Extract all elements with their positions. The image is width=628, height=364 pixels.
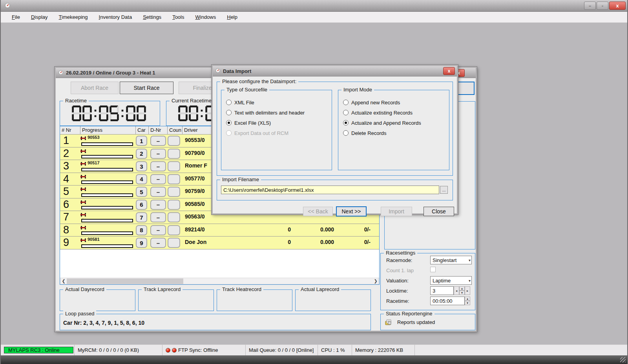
radio-icon[interactable] <box>226 120 232 126</box>
menu-item-settings[interactable]: Settings <box>137 13 167 22</box>
start-race-button[interactable]: Start Race <box>120 82 173 94</box>
progress-cell: x <box>80 147 136 160</box>
valuation-label: Valuation: <box>386 278 409 284</box>
app-titlebar: – ▫ x <box>1 0 627 12</box>
progress-cell: x90553 <box>80 135 136 147</box>
progress-cell: x <box>80 198 136 211</box>
dialog-titlebar[interactable]: Data Import <box>213 66 457 76</box>
resize-grip[interactable] <box>620 357 626 362</box>
importmode-option-actualize-extisting-records[interactable]: Actualize extisting Records <box>343 107 421 118</box>
racetime-up-arrow-icon[interactable]: ▴ <box>465 297 470 301</box>
car-number-cell[interactable]: 9 <box>136 237 149 249</box>
locktime-down-arrow-icon[interactable]: ▾ <box>459 291 465 295</box>
menu-item-help[interactable]: Help <box>221 13 243 22</box>
racetime-down-arrow-icon[interactable]: ▾ <box>465 301 470 305</box>
driver-number-cell[interactable]: – <box>149 211 168 224</box>
car-icon <box>80 238 86 242</box>
abort-race-button[interactable]: Abort Race <box>71 82 119 94</box>
table-row[interactable]: 8x8–89214/000.0000/- <box>60 224 379 237</box>
sourcefile-option-excel-file-xls-[interactable]: Excel File (XLS) <box>226 118 305 128</box>
column-header[interactable]: Car <box>136 126 149 134</box>
app-close-button[interactable]: x <box>609 2 626 10</box>
importmode-option-append-new-records[interactable]: Append new Records <box>343 97 421 107</box>
country-cell[interactable] <box>168 211 183 224</box>
next-button[interactable]: Next >> <box>336 206 367 217</box>
record-groupbox-actual-laprecord: Actual Laprecord <box>295 289 371 311</box>
table-row[interactable]: 9x905819–Doe Jon00.0000/- <box>60 237 379 249</box>
count-lap-checkbox[interactable] <box>430 267 436 272</box>
country-cell[interactable] <box>168 147 183 160</box>
car-number-cell[interactable]: 8 <box>136 224 149 237</box>
menu-item-windows[interactable]: Windows <box>190 13 221 22</box>
country-cell[interactable] <box>168 198 183 211</box>
driver-number-cell[interactable]: – <box>149 147 168 160</box>
menu-item-file[interactable]: File <box>6 13 26 22</box>
locktime-up-arrow-icon[interactable]: ▴ <box>459 286 465 291</box>
car-number-cell[interactable]: 7 <box>136 211 149 224</box>
radio-icon[interactable] <box>226 110 232 115</box>
import-filename-field[interactable]: C:\Users\romerfel\Desktop\Formel1.xlsx <box>221 186 439 194</box>
app-minimize-button[interactable]: – <box>584 2 596 10</box>
valuation-select[interactable]: Laptime ▾ <box>430 276 472 285</box>
dialog-close-button[interactable]: x <box>443 67 455 75</box>
driver-number-cell[interactable]: – <box>149 173 168 186</box>
radio-icon[interactable] <box>343 100 349 105</box>
table-horizontal-scrollbar[interactable]: ❮ ❯ <box>60 278 379 284</box>
car-number-cell[interactable]: 5 <box>136 186 149 198</box>
column-header[interactable]: Coun <box>168 126 183 134</box>
column-header[interactable]: # Nr <box>60 126 80 134</box>
menu-item-inventory-data[interactable]: Inventory Data <box>93 13 138 22</box>
progress-bar <box>81 155 133 158</box>
back-button[interactable]: << Back <box>303 207 333 216</box>
racemode-select[interactable]: Singlestart ▾ <box>430 256 472 264</box>
menu-item-tools[interactable]: Tools <box>167 13 190 22</box>
browse-button[interactable]: ... <box>440 186 448 194</box>
import-button[interactable]: Import <box>381 207 412 216</box>
car-number-cell[interactable]: 3 <box>136 160 149 173</box>
country-cell[interactable] <box>168 160 183 173</box>
radio-label: Text with delimiters and header <box>234 110 305 116</box>
scroll-right-icon[interactable]: ❯ <box>372 278 379 284</box>
driver-number-cell[interactable]: – <box>149 135 168 147</box>
country-cell[interactable] <box>168 224 183 237</box>
country-cell[interactable] <box>168 173 183 186</box>
sourcefile-option-text-with-delimiters-and-header[interactable]: Text with delimiters and header <box>226 107 305 118</box>
locktime-field[interactable]: 3 <box>430 286 454 295</box>
locktime-value: 3 <box>433 288 435 294</box>
racetime-setting-value: 00:05:00 <box>433 298 453 304</box>
car-number-cell[interactable]: 2 <box>136 147 149 160</box>
country-cell[interactable] <box>168 186 183 198</box>
radio-icon[interactable] <box>343 120 349 126</box>
car-number-cell[interactable]: 6 <box>136 198 149 211</box>
sourcefile-option-xml-file[interactable]: XML File <box>226 97 305 107</box>
progress-bar <box>81 219 133 222</box>
locktime-left-arrow-icon[interactable]: ◂ <box>454 286 459 295</box>
scroll-left-icon[interactable]: ❮ <box>60 278 67 284</box>
importmode-option-delete-records[interactable]: Delete Records <box>343 128 421 138</box>
radio-icon[interactable] <box>343 130 349 136</box>
country-cell[interactable] <box>168 135 183 147</box>
driver-number-cell[interactable]: – <box>149 198 168 211</box>
driver-number-cell[interactable]: – <box>149 237 168 249</box>
app-maximize-button[interactable]: ▫ <box>597 2 608 10</box>
scrollbar-thumb[interactable] <box>67 278 183 284</box>
radio-icon[interactable] <box>343 110 349 115</box>
close-button[interactable]: Close <box>424 207 454 216</box>
car-number-cell[interactable]: 1 <box>136 135 149 147</box>
driver-number-cell[interactable]: – <box>149 224 168 237</box>
import-filename-value: C:\Users\romerfel\Desktop\Formel1.xlsx <box>223 187 314 193</box>
segment-digit <box>126 106 135 121</box>
locktime-right-arrow-icon[interactable]: ▸ <box>465 286 470 295</box>
configure-label: Please configure the Dataimport: <box>220 78 298 84</box>
driver-number-cell[interactable]: – <box>149 160 168 173</box>
driver-number-cell[interactable]: – <box>149 186 168 198</box>
country-cell[interactable] <box>168 237 183 249</box>
menu-item-display[interactable]: Display <box>26 13 53 22</box>
column-header[interactable]: Progress <box>80 126 136 134</box>
racetime-setting-field[interactable]: 00:05:00 <box>430 297 465 305</box>
radio-icon[interactable] <box>226 100 232 105</box>
column-header[interactable]: D-Nr <box>149 126 168 134</box>
menu-item-timekeeping[interactable]: Timekeeping <box>53 13 93 22</box>
car-number-cell[interactable]: 4 <box>136 173 149 186</box>
importmode-option-actualize-and-append-records[interactable]: Actualize and Append Records <box>343 118 421 128</box>
